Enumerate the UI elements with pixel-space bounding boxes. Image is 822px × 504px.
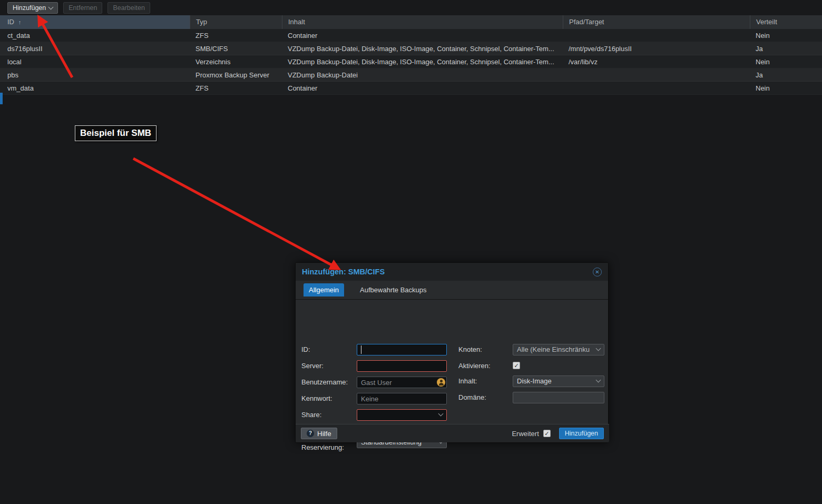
table-row[interactable]: ct_data ZFS Container Nein [0,29,822,42]
cell-typ: Proxmox Backup Server [190,71,282,79]
arrow-to-dialog [133,159,338,269]
column-header-typ[interactable]: Typ [190,15,282,29]
tab-allgemein[interactable]: Allgemein [304,283,344,297]
help-button-label: Hilfe [317,430,331,438]
cell-pfad: /mnt/pve/ds716plusII [563,45,750,53]
cell-verteilt: Ja [750,71,822,79]
tab-aufbewahrte-backups[interactable]: Aufbewahrte Backups [355,283,432,297]
dialog-footer: ? Hilfe Erweitert ✓ Hinzufügen [296,424,609,442]
domain-label: Domäne: [458,392,486,403]
id-label: ID: [301,344,310,355]
dialog-header[interactable]: Hinzufügen: SMB/CIFS ✕ [296,263,608,281]
id-input[interactable] [357,344,447,355]
password-label: Kennwort: [301,393,332,404]
cell-inhalt: VZDump Backup-Datei, Disk-Image, ISO-Ima… [282,45,563,53]
content-dropdown-value: Disk-Image [517,377,552,385]
column-header-pfad[interactable]: Pfad/Target [563,15,750,29]
remove-button-label: Entfernen [68,4,97,12]
cell-id: ds716plusII [0,45,190,53]
cell-id: local [0,58,190,66]
column-header-id[interactable]: ID ↑ [0,15,190,29]
cell-inhalt: Container [282,32,563,39]
cell-verteilt: Nein [750,32,822,39]
cell-id: vm_data [0,84,190,92]
server-input[interactable] [357,360,447,372]
content-label: Inhalt: [458,375,477,387]
table-row[interactable]: local Verzeichnis VZDump Backup-Datei, D… [0,55,822,68]
add-button[interactable]: Hinzufügen [7,2,58,14]
column-header-inhalt[interactable]: Inhalt [282,15,563,29]
cell-pfad: /var/lib/vz [563,58,750,66]
cell-id: pbs [0,71,190,79]
dialog-tabs: Allgemein Aufbewahrte Backups [296,281,608,300]
table-row[interactable]: pbs Proxmox Backup Server VZDump Backup-… [0,68,822,82]
row-focus-indicator [0,93,3,104]
chevron-down-icon [48,4,54,9]
nodes-dropdown-value: Alle (Keine Einschränku [517,345,590,353]
server-label: Server: [301,360,324,372]
enable-checkbox[interactable]: ✓ [513,362,520,369]
cell-inhalt: VZDump Backup-Datei, Disk-Image, ISO-Ima… [282,58,563,66]
guest-user-icon[interactable] [437,378,445,387]
help-button[interactable]: ? Hilfe [301,428,337,439]
add-storage-dialog: Hinzufügen: SMB/CIFS ✕ Allgemein Aufbewa… [295,262,609,443]
nodes-label: Knoten: [458,344,482,355]
submit-add-button[interactable]: Hinzufügen [559,428,604,439]
username-input[interactable] [357,377,447,388]
table-row[interactable]: vm_data ZFS Container Nein [0,82,822,95]
chevron-down-icon [596,346,601,351]
cell-typ: ZFS [190,84,282,92]
cell-typ: ZFS [190,32,282,39]
storage-table: ID ↑ Typ Inhalt Pfad/Target Verteilt ct_… [0,15,822,95]
help-icon: ? [307,430,314,437]
close-icon[interactable]: ✕ [593,268,602,276]
username-label: Benutzername: [301,377,348,388]
table-row[interactable]: ds716plusII SMB/CIFS VZDump Backup-Datei… [0,42,822,55]
footer-right: Erweitert ✓ Hinzufügen [512,428,604,439]
cell-verteilt: Ja [750,45,822,53]
chevron-down-icon [438,411,444,417]
edit-button-label: Bearbeiten [113,4,144,12]
enable-label: Aktivieren: [458,360,491,372]
share-label: Share: [301,409,321,421]
advanced-label: Erweitert [512,430,539,438]
add-button-label: Hinzufügen [13,4,46,12]
password-input[interactable] [357,393,447,404]
table-header: ID ↑ Typ Inhalt Pfad/Target Verteilt [0,15,822,29]
cell-verteilt: Nein [750,58,822,66]
cell-verteilt: Nein [750,84,822,92]
toolbar: Hinzufügen Entfernen Bearbeiten [0,0,822,15]
chevron-down-icon [596,378,601,383]
dialog-title: Hinzufügen: SMB/CIFS [302,268,385,276]
content-dropdown[interactable]: Disk-Image [513,375,604,387]
cell-inhalt: Container [282,84,563,92]
id-field-wrap [357,344,447,355]
column-header-verteilt[interactable]: Verteilt [750,15,822,29]
username-field-wrap [357,377,447,388]
share-dropdown[interactable] [357,409,447,421]
annotation-label: Beispiel für SMB [75,125,156,141]
cell-id: ct_data [0,32,190,39]
cell-typ: SMB/CIFS [190,45,282,53]
domain-input[interactable] [513,392,604,403]
sort-ascending-icon: ↑ [18,19,22,25]
edit-button[interactable]: Bearbeiten [107,2,150,14]
cell-inhalt: VZDump Backup-Datei [282,71,563,79]
remove-button[interactable]: Entfernen [63,2,102,14]
text-cursor [361,345,361,354]
nodes-dropdown[interactable]: Alle (Keine Einschränku [513,344,604,355]
dialog-form: ID: Server: Benutzername: Kennwort: Shar… [296,300,609,425]
cell-typ: Verzeichnis [190,58,282,66]
advanced-checkbox[interactable]: ✓ [543,430,551,437]
